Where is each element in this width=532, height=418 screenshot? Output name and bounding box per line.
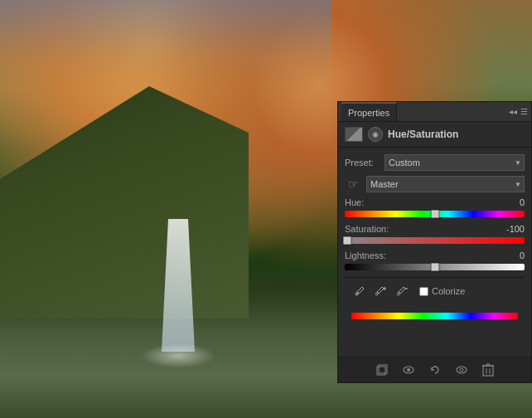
view-icon[interactable] — [454, 362, 469, 377]
panel-footer — [338, 357, 531, 382]
eyedropper-add-tool-button[interactable] — [373, 283, 389, 299]
svg-point-5 — [397, 293, 399, 295]
svg-rect-13 — [483, 366, 493, 376]
saturation-thumb[interactable] — [343, 236, 351, 245]
lightness-section: Lightness: 0 — [345, 250, 525, 272]
collapse-icon[interactable]: ◂◂ — [509, 107, 517, 116]
adjustment-eye-icon[interactable]: ◉ — [368, 127, 383, 142]
panel-tab-icons: ◂◂ ☰ — [509, 107, 528, 116]
saturation-track[interactable] — [345, 237, 525, 244]
panel-content: Preset: Custom Default Cyanotype Old Sty… — [338, 148, 531, 357]
rainbow-bar — [351, 313, 518, 319]
svg-point-11 — [457, 367, 467, 373]
preset-select[interactable]: Custom Default Cyanotype Old Style Sepia — [384, 154, 525, 171]
delete-icon[interactable] — [481, 362, 496, 377]
saturation-label: Saturation: — [345, 224, 389, 234]
preset-label: Preset: — [345, 158, 380, 168]
preset-select-wrapper: Custom Default Cyanotype Old Style Sepia… — [384, 154, 525, 171]
channel-select-wrapper: Master Reds Yellows Greens Cyans Blues M… — [366, 176, 525, 192]
channel-row: ☞ Master Reds Yellows Greens Cyans Blues… — [345, 176, 525, 192]
saturation-header: Saturation: -100 — [345, 224, 525, 234]
hue-value: 0 — [500, 197, 525, 207]
hue-header: Hue: 0 — [345, 197, 525, 207]
lightness-track[interactable] — [345, 264, 525, 270]
panel-header: ◉ Hue/Saturation — [338, 122, 531, 148]
eye-symbol: ◉ — [372, 130, 379, 139]
visibility-eye-icon[interactable] — [401, 362, 416, 377]
properties-tab[interactable]: Properties — [341, 102, 397, 121]
panel-tabs: Properties ◂◂ ☰ — [338, 102, 531, 122]
eyedropper-tool-button[interactable] — [351, 283, 368, 299]
tools-row: Colorize — [345, 277, 525, 304]
hue-thumb[interactable] — [431, 210, 439, 218]
hue-label: Hue: — [345, 197, 364, 207]
colorize-row: Colorize — [419, 286, 465, 296]
hand-tool-icon[interactable]: ☞ — [345, 176, 361, 192]
properties-panel: Properties ◂◂ ☰ ◉ Hue/Saturation Preset:… — [337, 101, 532, 383]
hue-track[interactable] — [345, 211, 525, 217]
waterfall-mist — [141, 343, 215, 368]
colorize-label: Colorize — [432, 286, 465, 296]
lightness-label: Lightness: — [345, 250, 386, 260]
hue-section: Hue: 0 — [345, 197, 525, 219]
lightness-value: 0 — [500, 250, 525, 260]
colorize-checkbox[interactable] — [419, 287, 428, 296]
channel-select[interactable]: Master Reds Yellows Greens Cyans Blues M… — [366, 176, 525, 192]
panel-menu-icon[interactable]: ☰ — [520, 107, 528, 116]
svg-point-10 — [407, 368, 410, 372]
preset-row: Preset: Custom Default Cyanotype Old Sty… — [345, 154, 525, 171]
panel-title: Hue/Saturation — [388, 129, 525, 140]
saturation-value: -100 — [500, 224, 525, 234]
svg-point-2 — [375, 293, 378, 295]
lightness-header: Lightness: 0 — [345, 250, 525, 260]
svg-point-12 — [460, 368, 463, 372]
layer-thumbnail-icon — [345, 127, 363, 142]
reset-icon[interactable] — [428, 362, 443, 377]
lightness-thumb[interactable] — [431, 263, 439, 271]
saturation-section: Saturation: -100 — [345, 224, 525, 245]
eyedropper-subtract-tool-button[interactable] — [394, 283, 411, 299]
create-layer-icon[interactable] — [375, 362, 389, 377]
